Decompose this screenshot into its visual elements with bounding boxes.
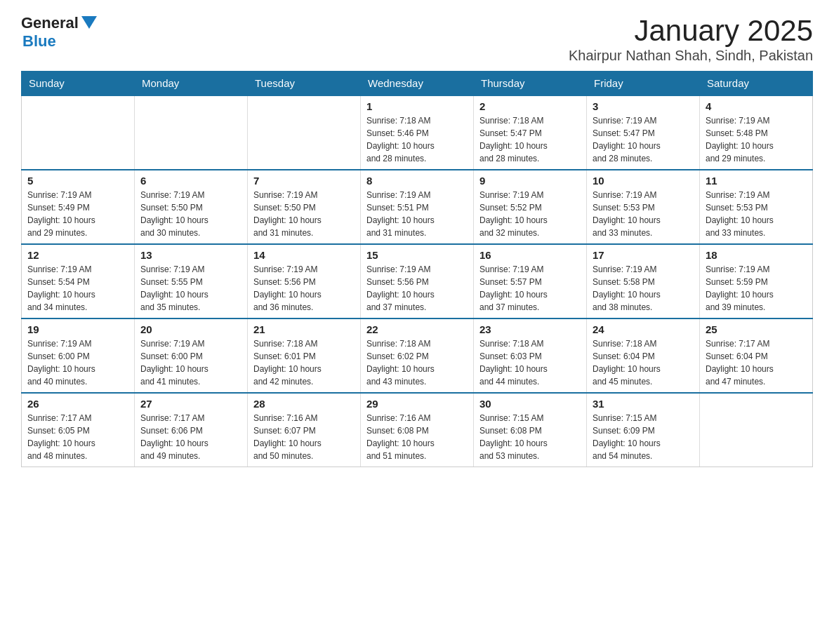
column-header-saturday: Saturday [700,72,813,96]
day-info: Sunrise: 7:19 AM Sunset: 5:54 PM Dayligh… [27,263,128,314]
day-info: Sunrise: 7:17 AM Sunset: 6:04 PM Dayligh… [706,337,807,388]
calendar-week-row: 19Sunrise: 7:19 AM Sunset: 6:00 PM Dayli… [22,318,813,393]
column-header-wednesday: Wednesday [361,72,474,96]
day-number: 10 [593,175,694,187]
day-info: Sunrise: 7:18 AM Sunset: 6:04 PM Dayligh… [593,337,694,388]
day-info: Sunrise: 7:19 AM Sunset: 5:55 PM Dayligh… [140,263,241,314]
calendar-cell: 16Sunrise: 7:19 AM Sunset: 5:57 PM Dayli… [474,244,587,318]
calendar-cell: 7Sunrise: 7:19 AM Sunset: 5:50 PM Daylig… [248,170,361,244]
day-number: 6 [140,175,241,187]
day-info: Sunrise: 7:19 AM Sunset: 5:48 PM Dayligh… [706,114,807,165]
calendar-cell: 13Sunrise: 7:19 AM Sunset: 5:55 PM Dayli… [135,244,248,318]
day-number: 12 [27,249,128,261]
column-header-friday: Friday [587,72,700,96]
calendar-cell: 22Sunrise: 7:18 AM Sunset: 6:02 PM Dayli… [361,318,474,393]
calendar-cell: 27Sunrise: 7:17 AM Sunset: 6:06 PM Dayli… [135,393,248,467]
calendar-cell: 6Sunrise: 7:19 AM Sunset: 5:50 PM Daylig… [135,170,248,244]
day-info: Sunrise: 7:15 AM Sunset: 6:08 PM Dayligh… [479,412,581,462]
calendar-cell: 15Sunrise: 7:19 AM Sunset: 5:56 PM Dayli… [361,244,474,318]
calendar-cell: 14Sunrise: 7:19 AM Sunset: 5:56 PM Dayli… [248,244,361,318]
day-info: Sunrise: 7:19 AM Sunset: 5:53 PM Dayligh… [706,189,807,239]
day-number: 7 [253,175,355,187]
day-number: 31 [593,398,694,410]
logo-triangle-icon [81,16,97,29]
logo-general-text: General [21,14,79,32]
calendar-cell: 19Sunrise: 7:19 AM Sunset: 6:00 PM Dayli… [22,318,135,393]
calendar-cell: 18Sunrise: 7:19 AM Sunset: 5:59 PM Dayli… [700,244,813,318]
day-info: Sunrise: 7:19 AM Sunset: 5:50 PM Dayligh… [253,189,355,239]
day-number: 14 [253,249,355,261]
day-number: 15 [366,249,468,261]
day-info: Sunrise: 7:19 AM Sunset: 5:52 PM Dayligh… [479,189,581,239]
day-info: Sunrise: 7:18 AM Sunset: 6:02 PM Dayligh… [366,337,468,388]
day-info: Sunrise: 7:16 AM Sunset: 6:08 PM Dayligh… [366,412,468,462]
column-header-sunday: Sunday [22,72,135,96]
calendar-cell [248,95,361,170]
calendar-cell: 24Sunrise: 7:18 AM Sunset: 6:04 PM Dayli… [587,318,700,393]
day-info: Sunrise: 7:19 AM Sunset: 5:58 PM Dayligh… [593,263,694,314]
day-info: Sunrise: 7:19 AM Sunset: 5:57 PM Dayligh… [479,263,581,314]
day-number: 18 [706,249,807,261]
calendar-cell: 3Sunrise: 7:19 AM Sunset: 5:47 PM Daylig… [587,95,700,170]
calendar-cell: 20Sunrise: 7:19 AM Sunset: 6:00 PM Dayli… [135,318,248,393]
day-info: Sunrise: 7:19 AM Sunset: 6:00 PM Dayligh… [140,337,241,388]
calendar-cell: 31Sunrise: 7:15 AM Sunset: 6:09 PM Dayli… [587,393,700,467]
day-number: 26 [27,398,128,410]
day-number: 25 [706,323,807,335]
day-number: 13 [140,249,241,261]
calendar-cell: 26Sunrise: 7:17 AM Sunset: 6:05 PM Dayli… [22,393,135,467]
day-number: 30 [479,398,581,410]
calendar-cell: 17Sunrise: 7:19 AM Sunset: 5:58 PM Dayli… [587,244,700,318]
calendar-cell: 21Sunrise: 7:18 AM Sunset: 6:01 PM Dayli… [248,318,361,393]
calendar-cell: 4Sunrise: 7:19 AM Sunset: 5:48 PM Daylig… [700,95,813,170]
day-info: Sunrise: 7:15 AM Sunset: 6:09 PM Dayligh… [593,412,694,462]
day-number: 2 [479,100,581,112]
day-info: Sunrise: 7:19 AM Sunset: 5:56 PM Dayligh… [366,263,468,314]
day-info: Sunrise: 7:17 AM Sunset: 6:05 PM Dayligh… [27,412,128,462]
calendar-header-row: SundayMondayTuesdayWednesdayThursdayFrid… [22,72,813,96]
day-number: 11 [706,175,807,187]
day-info: Sunrise: 7:18 AM Sunset: 6:01 PM Dayligh… [253,337,355,388]
day-number: 28 [253,398,355,410]
day-number: 1 [366,100,468,112]
calendar-cell: 8Sunrise: 7:19 AM Sunset: 5:51 PM Daylig… [361,170,474,244]
calendar-cell: 25Sunrise: 7:17 AM Sunset: 6:04 PM Dayli… [700,318,813,393]
calendar-table: SundayMondayTuesdayWednesdayThursdayFrid… [21,71,813,467]
calendar-week-row: 26Sunrise: 7:17 AM Sunset: 6:05 PM Dayli… [22,393,813,467]
calendar-cell: 11Sunrise: 7:19 AM Sunset: 5:53 PM Dayli… [700,170,813,244]
day-info: Sunrise: 7:18 AM Sunset: 6:03 PM Dayligh… [479,337,581,388]
page-header: General Blue January 2025 Khairpur Natha… [21,14,813,64]
calendar-week-row: 1Sunrise: 7:18 AM Sunset: 5:46 PM Daylig… [22,95,813,170]
day-info: Sunrise: 7:19 AM Sunset: 5:53 PM Dayligh… [593,189,694,239]
calendar-cell [22,95,135,170]
calendar-cell: 10Sunrise: 7:19 AM Sunset: 5:53 PM Dayli… [587,170,700,244]
day-number: 17 [593,249,694,261]
calendar-cell: 9Sunrise: 7:19 AM Sunset: 5:52 PM Daylig… [474,170,587,244]
day-number: 9 [479,175,581,187]
day-number: 23 [479,323,581,335]
calendar-cell: 30Sunrise: 7:15 AM Sunset: 6:08 PM Dayli… [474,393,587,467]
day-info: Sunrise: 7:19 AM Sunset: 5:56 PM Dayligh… [253,263,355,314]
day-number: 22 [366,323,468,335]
calendar-cell: 12Sunrise: 7:19 AM Sunset: 5:54 PM Dayli… [22,244,135,318]
day-info: Sunrise: 7:19 AM Sunset: 5:49 PM Dayligh… [27,189,128,239]
calendar-cell: 28Sunrise: 7:16 AM Sunset: 6:07 PM Dayli… [248,393,361,467]
day-number: 16 [479,249,581,261]
calendar-cell: 2Sunrise: 7:18 AM Sunset: 5:47 PM Daylig… [474,95,587,170]
day-number: 4 [706,100,807,112]
day-info: Sunrise: 7:19 AM Sunset: 6:00 PM Dayligh… [27,337,128,388]
day-number: 8 [366,175,468,187]
day-number: 19 [27,323,128,335]
logo-blue-text: Blue [22,32,56,51]
day-info: Sunrise: 7:19 AM Sunset: 5:59 PM Dayligh… [706,263,807,314]
column-header-thursday: Thursday [474,72,587,96]
day-info: Sunrise: 7:18 AM Sunset: 5:46 PM Dayligh… [366,114,468,165]
calendar-cell [135,95,248,170]
day-info: Sunrise: 7:19 AM Sunset: 5:47 PM Dayligh… [593,114,694,165]
logo: General Blue [21,14,97,51]
svg-marker-0 [81,16,97,29]
day-number: 3 [593,100,694,112]
calendar-cell: 5Sunrise: 7:19 AM Sunset: 5:49 PM Daylig… [22,170,135,244]
column-header-tuesday: Tuesday [248,72,361,96]
calendar-week-row: 12Sunrise: 7:19 AM Sunset: 5:54 PM Dayli… [22,244,813,318]
